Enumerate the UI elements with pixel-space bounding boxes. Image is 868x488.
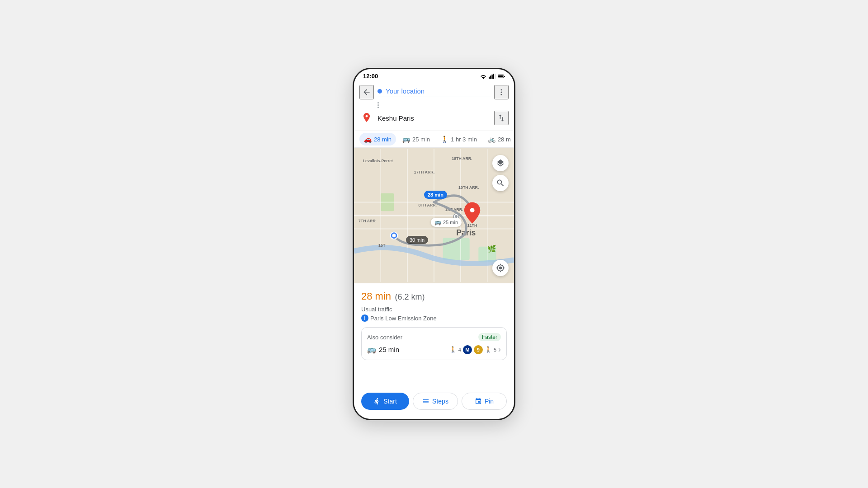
svg-point-35: [392, 234, 396, 237]
tab-car[interactable]: 🚗 28 min: [359, 133, 396, 145]
svg-rect-8: [504, 75, 505, 77]
nav-header: Your location Keshu Paris: [354, 81, 514, 131]
tab-transit-label: 25 min: [412, 136, 430, 143]
layers-button[interactable]: [492, 155, 509, 171]
map-svg: Levallois-Perret 18TH ARR. 17TH ARR. 10T…: [354, 148, 514, 283]
nav-row-origin: Your location: [359, 83, 509, 101]
start-label: Start: [383, 398, 397, 405]
steps-icon: [422, 398, 429, 405]
wifi-icon: [480, 74, 487, 79]
svg-point-0: [483, 78, 484, 79]
map-container[interactable]: Levallois-Perret 18TH ARR. 17TH ARR. 10T…: [354, 148, 514, 283]
status-time: 12:00: [363, 73, 378, 80]
steps-label: Steps: [432, 398, 448, 405]
walk-before-count: 4: [458, 347, 461, 352]
svg-rect-7: [498, 75, 503, 77]
swap-button[interactable]: [494, 111, 509, 125]
bike-icon: 🚲: [488, 136, 495, 143]
my-location-button[interactable]: [492, 260, 509, 276]
walk-before-icon: 🚶: [449, 346, 457, 353]
route-time: 28 min: [361, 291, 391, 302]
transit-duration: 25 min: [379, 346, 399, 353]
transit-time-badge: 🚌 25 min: [431, 218, 462, 227]
pin-label: Pin: [485, 398, 494, 405]
svg-text:Levallois-Perret: Levallois-Perret: [363, 159, 393, 163]
bottom-actions: Start Steps Pin: [354, 387, 514, 419]
faster-badge: Faster: [478, 333, 501, 341]
transport-tabs: 🚗 28 min 🚌 25 min 🚶 1 hr 3 min 🚲 28 m: [354, 131, 514, 148]
svg-rect-4: [493, 74, 494, 79]
destination-input[interactable]: Keshu Paris: [377, 114, 491, 122]
svg-point-9: [501, 89, 502, 90]
route-distance: (6.2 km): [395, 292, 425, 301]
blue-dot-icon: [377, 89, 382, 94]
svg-point-11: [501, 94, 502, 95]
also-consider-row: 🚌 25 min 🚶 4 M 9 🚶 5 ›: [367, 345, 501, 354]
route-summary: 28 min (6.2 km): [361, 291, 507, 302]
details-panel: 28 min (6.2 km) Usual traffic i Paris Lo…: [354, 283, 514, 387]
svg-text:8TH ARR.: 8TH ARR.: [419, 203, 437, 207]
tab-walk-label: 1 hr 3 min: [451, 136, 477, 143]
drive-time-badge: 28 min: [424, 191, 447, 199]
emission-info: i Paris Low Emission Zone: [361, 314, 507, 322]
also-consider-header: Also consider Faster: [367, 333, 501, 341]
origin-text: Your location: [386, 87, 425, 95]
back-button[interactable]: [359, 85, 374, 99]
phone-shell: 12:00: [353, 68, 515, 420]
svg-point-37: [470, 208, 475, 212]
more-button[interactable]: [494, 85, 509, 99]
pin-button[interactable]: Pin: [462, 393, 507, 410]
search-map-button[interactable]: [492, 175, 509, 191]
walk-time-badge: 30 min: [406, 236, 428, 244]
svg-rect-3: [491, 75, 492, 79]
start-button[interactable]: Start: [361, 393, 409, 410]
svg-text:18TH ARR.: 18TH ARR.: [452, 156, 472, 161]
traffic-info: Usual traffic: [361, 306, 507, 313]
svg-point-10: [501, 92, 502, 93]
status-icons: [480, 74, 505, 79]
nav-row-dest: Keshu Paris: [359, 109, 509, 127]
svg-rect-5: [495, 74, 495, 79]
info-icon: i: [361, 314, 368, 322]
svg-rect-2: [490, 75, 491, 79]
navigation-icon: [373, 398, 381, 405]
tab-bike[interactable]: 🚲 28 m: [483, 133, 514, 145]
walk-after-count: 5: [494, 347, 496, 352]
tab-car-label: 28 min: [374, 136, 392, 143]
transit-icons-row: 🚶 4 M 9 🚶 5 ›: [449, 345, 501, 354]
tab-bike-label: 28 m: [498, 136, 511, 143]
dots-icon: [377, 102, 379, 108]
chevron-right-icon[interactable]: ›: [498, 345, 501, 354]
svg-rect-1: [489, 76, 490, 79]
metro-m-badge: M: [463, 345, 472, 354]
svg-text:🌿: 🌿: [487, 244, 496, 253]
svg-text:7TH ARR: 7TH ARR: [359, 219, 376, 223]
metro-9-badge: 9: [474, 345, 483, 354]
transit-bus-icon: 🚌: [367, 345, 376, 354]
battery-icon: [498, 74, 505, 79]
also-consider-card[interactable]: Also consider Faster 🚌 25 min 🚶 4 M 9: [361, 327, 507, 360]
pin-icon: [475, 398, 482, 405]
tab-transit[interactable]: 🚌 25 min: [398, 133, 434, 145]
svg-text:15T: 15T: [378, 243, 386, 248]
walk-icon: 🚶: [441, 136, 448, 143]
also-consider-label: Also consider: [367, 334, 402, 341]
car-icon: 🚗: [364, 136, 372, 143]
transit-time: 🚌 25 min: [367, 345, 399, 354]
transit-icon: 🚌: [402, 136, 410, 143]
origin-input[interactable]: Your location: [377, 87, 491, 97]
destination-text: Keshu Paris: [377, 114, 414, 122]
route-divider: [359, 101, 509, 109]
emission-text: Paris Low Emission Zone: [370, 315, 437, 322]
svg-text:10TH ARR.: 10TH ARR.: [458, 185, 479, 190]
tab-walk[interactable]: 🚶 1 hr 3 min: [436, 133, 481, 145]
status-bar: 12:00: [354, 69, 514, 81]
steps-button[interactable]: Steps: [413, 393, 458, 410]
destination-pin-icon: [363, 113, 371, 123]
signal-icon: [489, 74, 496, 79]
walk-after-icon: 🚶: [485, 346, 492, 353]
svg-text:11TH: 11TH: [467, 223, 477, 228]
svg-text:17TH ARR.: 17TH ARR.: [414, 170, 434, 174]
